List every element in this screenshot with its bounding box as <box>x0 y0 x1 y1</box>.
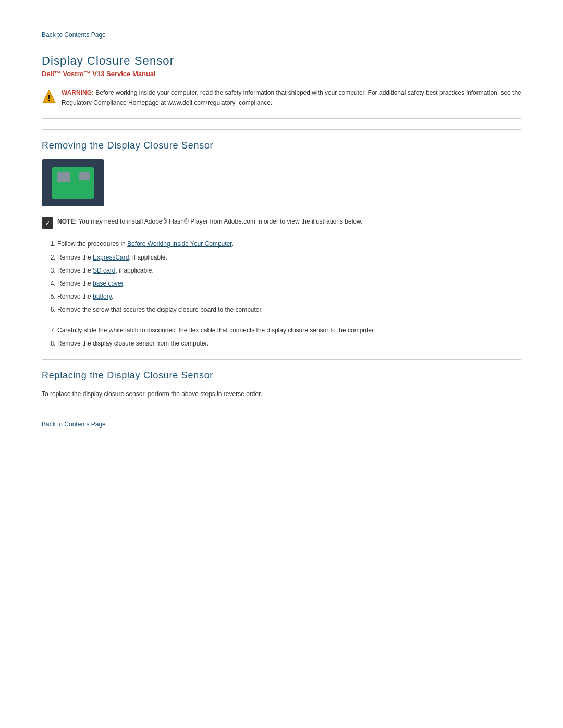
list-item: Carefully slide the white latch to disco… <box>57 326 521 336</box>
section-replacing-title: Replacing the Display Closure Sensor <box>42 370 521 381</box>
svg-text:!: ! <box>48 94 51 102</box>
note-icon: ✓ <box>42 217 53 229</box>
note-text: NOTE: You may need to install Adobe® Fla… <box>57 217 362 227</box>
list-item: Remove the SD card, if applicable. <box>57 266 521 276</box>
base-cover-link[interactable]: base cover <box>93 280 123 287</box>
note-box: ✓ NOTE: You may need to install Adobe® F… <box>42 217 521 229</box>
sd-card-link[interactable]: SD card <box>93 267 115 274</box>
steps-list-after: Carefully slide the white latch to disco… <box>57 326 521 349</box>
back-to-contents-bottom: Back to Contents Page <box>42 421 521 428</box>
steps-list-before: Follow the procedures in Before Working … <box>57 239 521 315</box>
list-item: Remove the battery. <box>57 292 521 302</box>
battery-link[interactable]: battery <box>93 293 112 300</box>
list-item: Follow the procedures in Before Working … <box>57 239 521 249</box>
list-item: Remove the base cover. <box>57 279 521 289</box>
product-image <box>42 159 521 206</box>
before-working-link[interactable]: Before Working Inside Your Computer <box>127 240 232 248</box>
divider-bottom <box>42 410 521 410</box>
list-item: Remove the screw that secures the displa… <box>57 305 521 315</box>
warning-icon: ! <box>42 89 56 104</box>
list-item: Remove the display closure sensor from t… <box>57 339 521 349</box>
list-item: Remove the ExpressCard, if applicable. <box>57 253 521 263</box>
replace-text: To replace the display closure sensor, p… <box>42 389 521 399</box>
page-title: Display Closure Sensor <box>42 54 521 68</box>
divider-top <box>42 129 521 130</box>
subtitle: Dell™ Vostro™ V13 Service Manual <box>42 70 521 78</box>
section-removing-title: Removing the Display Closure Sensor <box>42 140 521 151</box>
warning-box: ! WARNING: Before working inside your co… <box>42 88 521 119</box>
expresscard-link[interactable]: ExpressCard <box>93 254 129 261</box>
divider-mid <box>42 359 521 360</box>
back-to-contents-top-link[interactable]: Back to Contents Page <box>42 31 106 39</box>
back-to-contents-bottom-link[interactable]: Back to Contents Page <box>42 421 106 428</box>
warning-text: WARNING: Before working inside your comp… <box>62 88 521 108</box>
